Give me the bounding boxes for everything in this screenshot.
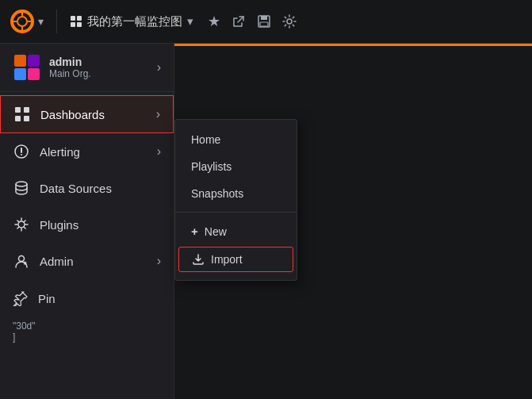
sidebar: admin Main Org. › Dashboards	[0, 44, 174, 399]
user-org: Main Org.	[49, 68, 91, 79]
svg-line-11	[238, 17, 243, 22]
import-label: Import	[211, 253, 243, 266]
dashboards-dropdown-menu: Home Playlists Snapshots + New Import	[174, 119, 297, 281]
playlists-label: Playlists	[191, 160, 232, 173]
snapshots-label: Snapshots	[191, 187, 243, 200]
svg-rect-17	[14, 55, 26, 67]
plugins-icon	[13, 216, 30, 233]
svg-point-26	[21, 154, 22, 155]
bottom-text-line2: ]	[13, 332, 161, 343]
save-button[interactable]	[257, 14, 271, 29]
home-label: Home	[191, 133, 220, 146]
sidebar-nav: Dashboards Alerting	[0, 92, 174, 282]
svg-point-29	[19, 256, 25, 262]
dropdown-item-playlists[interactable]: Playlists	[175, 153, 297, 180]
datasources-icon	[13, 179, 30, 197]
svg-point-27	[16, 182, 27, 186]
import-icon	[192, 253, 205, 266]
plugins-label: Plugins	[40, 218, 78, 232]
pin-icon	[13, 290, 29, 306]
dropdown-item-import[interactable]: Import	[178, 247, 293, 272]
pin-label: Pin	[38, 292, 55, 305]
gear-icon	[282, 14, 297, 29]
svg-rect-20	[28, 68, 40, 80]
svg-rect-18	[28, 55, 40, 67]
svg-rect-24	[24, 116, 29, 121]
settings-button[interactable]	[282, 14, 297, 29]
svg-rect-23	[15, 116, 21, 121]
sidebar-item-datasources[interactable]: Data Sources	[0, 170, 174, 206]
svg-rect-19	[14, 68, 26, 80]
svg-point-15	[287, 19, 292, 24]
svg-rect-10	[77, 22, 82, 27]
header-title-section: 我的第一幅监控图 ▾	[70, 14, 193, 29]
admin-chevron	[157, 254, 161, 268]
alerting-label: Alerting	[40, 145, 80, 159]
user-name: admin	[49, 56, 91, 68]
share-icon	[232, 14, 246, 29]
dropdown-item-snapshots[interactable]: Snapshots	[175, 180, 297, 207]
datasources-label: Data Sources	[40, 182, 112, 195]
new-label: New	[205, 225, 227, 238]
user-info: admin Main Org.	[49, 56, 91, 79]
user-section[interactable]: admin Main Org. ›	[0, 44, 174, 92]
svg-rect-21	[15, 107, 21, 113]
new-plus-icon: +	[191, 224, 198, 238]
save-icon	[257, 14, 271, 29]
svg-rect-7	[71, 16, 75, 21]
header: ▾ 我的第一幅监控图 ▾ ★	[0, 0, 532, 44]
dashboards-label: Dashboards	[40, 108, 105, 121]
sidebar-item-plugins[interactable]: Plugins	[0, 206, 174, 243]
sidebar-item-pin[interactable]: Pin	[0, 282, 174, 314]
dashboards-chevron	[156, 107, 160, 121]
dashboard-grid-icon	[70, 15, 82, 28]
svg-rect-9	[71, 22, 75, 27]
sidebar-item-dashboards[interactable]: Dashboards	[0, 95, 174, 133]
share-button[interactable]	[232, 14, 246, 29]
sidebar-item-alerting[interactable]: Alerting	[0, 133, 174, 170]
avatar	[13, 53, 41, 82]
bottom-text-block: "30d" ]	[0, 314, 174, 349]
svg-rect-13	[261, 16, 267, 20]
svg-rect-8	[77, 16, 82, 21]
logo-dropdown-arrow[interactable]: ▾	[38, 15, 44, 28]
dashboard-title: 我的第一幅监控图	[87, 14, 182, 29]
logo-button[interactable]: ▾	[10, 9, 44, 34]
avatar-image	[13, 53, 41, 82]
admin-icon	[13, 252, 30, 270]
sidebar-item-admin[interactable]: Admin	[0, 243, 174, 279]
orange-accent-bar	[174, 44, 532, 46]
dropdown-divider	[175, 212, 297, 213]
dropdown-item-home[interactable]: Home	[175, 126, 297, 153]
header-divider	[56, 10, 57, 33]
user-chevron-icon: ›	[157, 60, 161, 75]
alerting-chevron	[157, 144, 161, 159]
title-dropdown-arrow[interactable]: ▾	[187, 14, 193, 29]
svg-rect-22	[24, 107, 29, 113]
dropdown-item-new[interactable]: + New	[175, 217, 297, 245]
grafana-logo-icon	[10, 9, 35, 34]
alerting-icon	[13, 143, 30, 160]
header-actions: ★	[208, 13, 297, 30]
dashboards-icon	[13, 106, 31, 123]
svg-rect-14	[260, 22, 268, 26]
bottom-text-line1: "30d"	[13, 320, 161, 332]
admin-label: Admin	[40, 255, 74, 268]
star-button[interactable]: ★	[208, 13, 220, 30]
